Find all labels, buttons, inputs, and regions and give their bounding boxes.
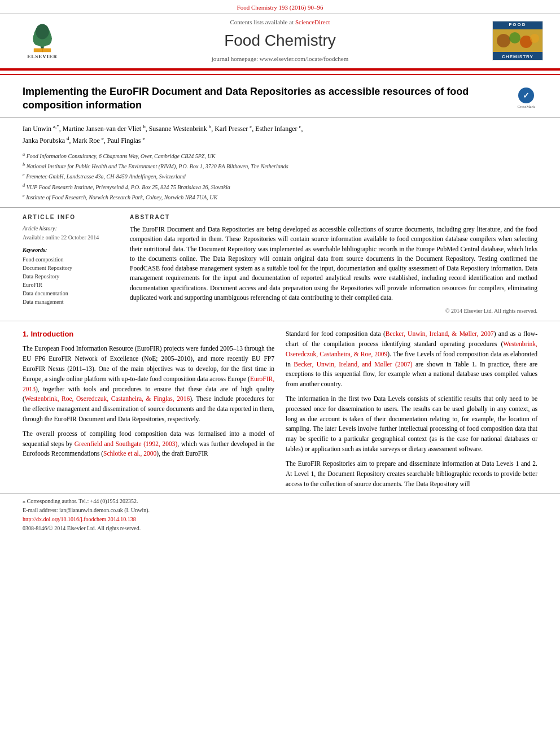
keyword-2: Document Repository: [23, 264, 119, 272]
logo-top-text: FOOD: [493, 21, 542, 29]
intro-heading: 1. Introduction: [23, 329, 274, 339]
author-janka: Janka Porubska d: [23, 137, 69, 145]
abstract-col: ABSTRACT The EuroFIR Document and Data R…: [130, 213, 537, 315]
copyright: © 2014 Elsevier Ltd. All rights reserved…: [130, 307, 537, 315]
elsevier-logo: ELSEVIER: [17, 22, 68, 60]
author-susanne: Susanne Westenbrink b: [149, 125, 212, 133]
footnote-email: E-mail address: ian@ianunwin.demon.co.uk…: [23, 506, 537, 514]
greenfield-link[interactable]: Greenfield and Southgate (1992, 2003): [75, 440, 178, 447]
article-title-section: Implementing the EuroFIR Document and Da…: [0, 75, 560, 118]
journal-title: Food Chemistry: [68, 29, 492, 51]
footnote-corresponding: ⁎ Corresponding author. Tel.: +44 (0)195…: [23, 497, 537, 505]
elsevier-tree-icon: [23, 22, 62, 53]
article-title: Implementing the EuroFIR Document and Da…: [23, 85, 509, 112]
body-left-col: 1. Introduction The European Food Inform…: [23, 329, 274, 493]
abstract-text: The EuroFIR Document and Data Repositori…: [130, 225, 537, 303]
keyword-5: Data documentation: [23, 290, 119, 298]
keywords-label: Keywords:: [23, 246, 119, 254]
footnote-doi: http://dx.doi.org/10.1016/j.foodchem.201…: [23, 516, 537, 523]
right-para1: Standard for food composition data (Beck…: [286, 329, 537, 390]
author-ian-unwin: Ian Unwin a,*: [23, 125, 59, 133]
svg-point-8: [497, 34, 510, 47]
page: Food Chemistry 193 (2016) 90–96: [0, 0, 560, 747]
eurofir-2013-link[interactable]: EuroFIR, 2013: [23, 375, 274, 392]
intro-para2: The overall process of compiling food co…: [23, 429, 274, 459]
food-chemistry-logo: FOOD CHEMISTRY: [492, 21, 543, 60]
abstract-label: ABSTRACT: [130, 213, 537, 221]
journal-center: Contents lists available at ScienceDirec…: [68, 18, 492, 63]
journal-banner: ELSEVIER Contents lists available at Sci…: [0, 13, 560, 68]
authors-section: Ian Unwin a,*, Martine Jansen-van der Vl…: [0, 118, 560, 148]
intro-para1: The European Food Information Resource (…: [23, 344, 274, 425]
affiliations-section: a Food Information Consultancy, 6 Chapma…: [0, 149, 560, 208]
affiliation-e: e Institute of Food Research, Norwich Re…: [23, 193, 537, 202]
footnote-section: ⁎ Corresponding author. Tel.: +44 (0)195…: [0, 493, 560, 537]
footnote-rights: 0308-8146/© 2014 Elsevier Ltd. All right…: [23, 525, 537, 532]
author-karl: Karl Presser c: [215, 125, 252, 133]
article-info-col: ARTICLE INFO Article history: Available …: [23, 213, 119, 315]
authors-line2: Janka Porubska d, Mark Roe e, Paul Fingl…: [23, 134, 537, 146]
affiliation-c: c Premetec GmbH, Landstrasse 43a, CH-845…: [23, 172, 537, 181]
article-history-label: Article history:: [23, 225, 119, 233]
westenbrink-link[interactable]: Westenbrink, Roe, Oseredczuk, Castanheir…: [25, 395, 190, 402]
science-direct-link[interactable]: ScienceDirect: [295, 19, 330, 25]
journal-ref: Food Chemistry 193 (2016) 90–96: [237, 4, 323, 11]
affiliation-d: d VUP Food Research Institute, Priemysel…: [23, 182, 537, 191]
svg-point-9: [509, 32, 520, 43]
journal-top-bar: Food Chemistry 193 (2016) 90–96: [0, 0, 560, 13]
crossmark-badge: ✓ CrossMark: [515, 88, 537, 110]
article-info-abstract: ARTICLE INFO Article history: Available …: [0, 208, 560, 321]
author-martine: Martine Jansen-van der Vliet b: [63, 125, 146, 133]
affiliation-b: b National Institute for Public Health a…: [23, 161, 537, 171]
article-info-label: ARTICLE INFO: [23, 213, 119, 221]
crossmark-label: CrossMark: [517, 104, 535, 110]
schlotke-link[interactable]: Schlotke et al., 2000: [103, 450, 156, 457]
red-divider: [0, 68, 560, 71]
becker2007-link[interactable]: Becker, Unwin, Ireland, and Møller (2007…: [294, 361, 412, 368]
keyword-6: Data management: [23, 298, 119, 306]
author-esther: Esther Infanger c: [255, 125, 301, 133]
science-direct-line: Contents lists available at ScienceDirec…: [68, 18, 492, 27]
authors-line1: Ian Unwin a,*, Martine Jansen-van der Vl…: [23, 123, 537, 134]
keyword-4: EuroFIR: [23, 281, 119, 289]
svg-point-11: [530, 34, 539, 43]
body-two-col: 1. Introduction The European Food Inform…: [23, 329, 537, 493]
westenbrink2009-link[interactable]: Westenbrink, Oseredczuk, Castanheira, & …: [286, 340, 537, 357]
doi-link[interactable]: http://dx.doi.org/10.1016/j.foodchem.201…: [23, 516, 136, 522]
crossmark-icon: ✓: [518, 88, 534, 103]
food-logo-graphic: [495, 29, 540, 52]
svg-point-5: [36, 24, 49, 39]
journal-header: Food Chemistry 193 (2016) 90–96: [0, 0, 560, 75]
right-para2: The information in the first two Data Le…: [286, 394, 537, 455]
keyword-1: Food composition: [23, 256, 119, 264]
article-available: Available online 22 October 2014: [23, 234, 119, 242]
becker-link[interactable]: Becker, Unwin, Ireland, & Møller, 2007: [386, 330, 494, 337]
right-para3: The EuroFIR Repositories aim to prepare …: [286, 459, 537, 489]
author-mark: Mark Roe e: [73, 137, 104, 145]
elsevier-wordmark: ELSEVIER: [27, 53, 58, 60]
logo-mid: [493, 29, 542, 52]
affiliation-a: a Food Information Consultancy, 6 Chapma…: [23, 151, 537, 160]
author-paul: Paul Finglas e: [107, 137, 145, 145]
body-content: 1. Introduction The European Food Inform…: [0, 321, 560, 493]
body-right-col: Standard for food composition data (Beck…: [286, 329, 537, 493]
journal-homepage: journal homepage: www.elsevier.com/locat…: [68, 55, 492, 63]
logo-bottom-text: CHEMISTRY: [493, 52, 542, 60]
keyword-3: Data Repository: [23, 273, 119, 281]
